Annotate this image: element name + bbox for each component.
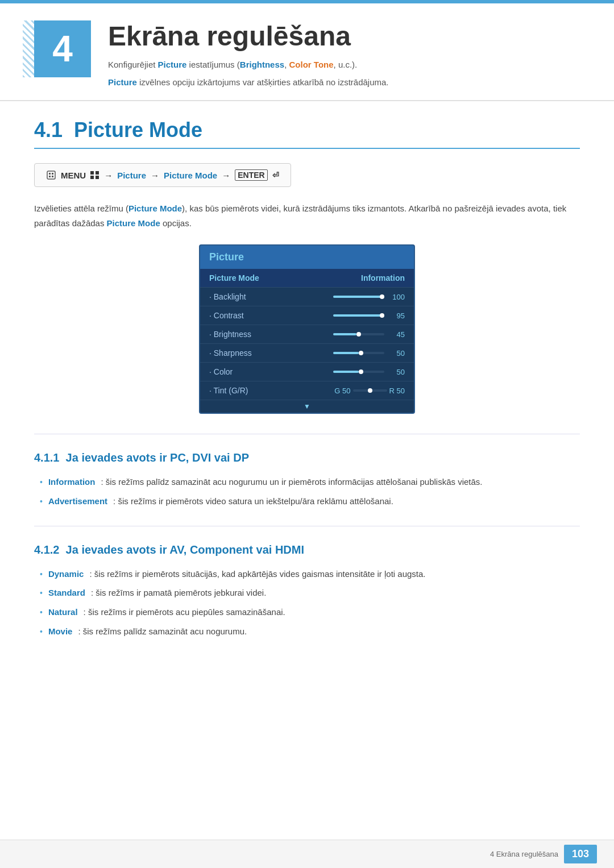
chapter-number: 4 [34,20,91,77]
backlight-bar [333,296,384,298]
svg-rect-0 [47,171,55,179]
list-item: Dynamic: šis režīms ir piemērots situāci… [34,567,580,582]
picture-mode-label: Picture Mode [209,273,361,283]
picture-mode-value: Information [361,273,405,283]
contrast-bar [333,314,384,317]
chapter-title: Ekrāna regulēšana [108,20,580,52]
list-item: Natural: šis režīms ir piemērots acu pie… [34,605,580,620]
section412-bullets: Dynamic: šis režīms ir piemērots situāci… [34,567,580,639]
chapter-desc2: Picture izvēlnes opciju izkārtojums var … [108,76,580,89]
color-bar [333,371,384,373]
sharpness-row: · Sharpness 50 [200,344,414,363]
menu-icon [46,170,56,180]
picture-ui-header: Picture [200,246,414,269]
list-item: Advertisement: šis režīms ir piemērots v… [34,494,580,509]
brightness-bar [333,333,384,335]
separator-1 [34,434,580,434]
list-item: Standard : šis režīms ir pamatā piemērot… [34,585,580,600]
menu-icon-grid [90,171,99,179]
picture-ui-container: Picture Picture Mode Information · Backl… [34,244,580,414]
tint-row: · Tint (G/R) G 50 R 50 [200,381,414,400]
sharpness-bar [333,352,384,354]
enter-icon: ENTER [235,169,267,181]
chapter-desc1: Konfigurējiet Picture iestatījumus (Brig… [108,59,580,72]
backlight-row: · Backlight 100 [200,288,414,306]
section-41-title: 4.1 Picture Mode [34,118,580,149]
chapter-title-block: Ekrāna regulēšana Konfigurējiet Picture … [108,20,580,89]
contrast-row: · Contrast 95 [200,306,414,325]
chapter-header: 4 Ekrāna regulēšana Konfigurējiet Pictur… [0,3,614,101]
svg-rect-3 [49,176,51,177]
brightness-row: · Brightness 45 [200,325,414,344]
menu-path-box: MENU → Picture → Picture Mode → ENTER ⏎ [34,163,291,187]
picture-ui-panel: Picture Picture Mode Information · Backl… [199,244,415,414]
separator-2 [34,526,580,526]
remote-icon [46,170,56,180]
menu-label: MENU [61,171,86,180]
svg-rect-2 [52,173,53,175]
footer-page-number: 103 [564,845,597,863]
tint-bar [353,389,387,392]
picture-mode-row: Picture Mode Information [200,269,414,288]
color-row: · Color 50 [200,363,414,381]
section411-bullets: Information: šis režīms palīdz samazināt… [34,475,580,509]
section41-desc: Izvēlieties attēla režīmu (Picture Mode)… [34,201,580,230]
scroll-down-arrow: ▼ [200,400,414,413]
footer-chapter-label: 4 Ekrāna regulēšana [490,850,558,858]
svg-rect-4 [52,176,53,177]
section-411-title: 4.1.1 Ja ievades avots ir PC, DVI vai DP [34,451,580,464]
svg-rect-1 [49,173,51,175]
section-412-title: 4.1.2 Ja ievades avots ir AV, Component … [34,543,580,556]
main-content: 4.1 Picture Mode MENU → Picture → Pictur… [0,118,614,639]
list-item: Information: šis režīms palīdz samazināt… [34,475,580,489]
list-item: Movie: šis režīms palīdz samazināt acu n… [34,624,580,639]
page-footer: 4 Ekrāna regulēšana 103 [0,840,614,868]
